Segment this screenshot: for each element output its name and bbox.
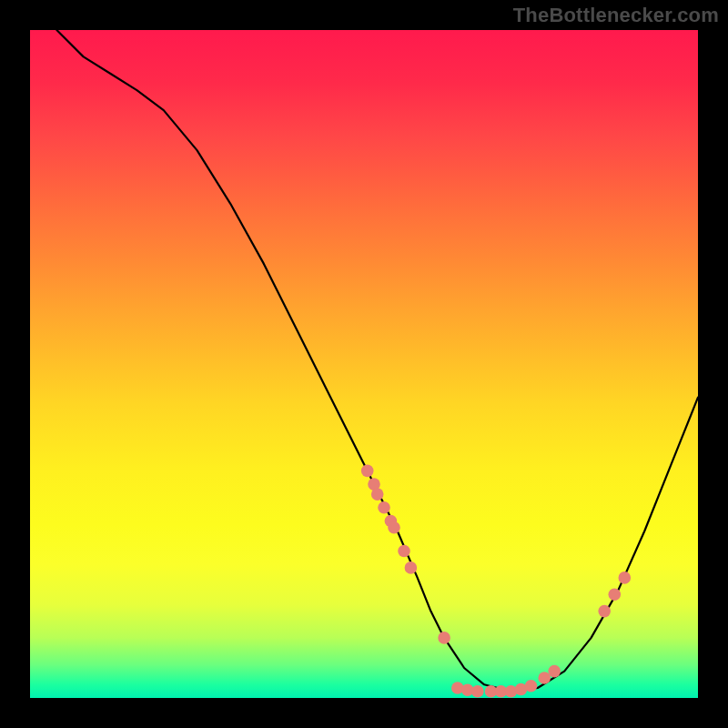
marker-point (609, 588, 622, 601)
plot-area (30, 30, 698, 698)
marker-point (405, 561, 418, 574)
marker-point (361, 465, 374, 478)
marker-point (548, 665, 561, 678)
chart-frame: TheBottlenecker.com (0, 0, 728, 728)
watermark-text: TheBottlenecker.com (513, 4, 719, 27)
marker-point (398, 545, 410, 558)
marker-point (371, 488, 384, 500)
marker-point (438, 632, 450, 644)
marker-point (598, 605, 611, 618)
marker-point (378, 501, 390, 514)
marker-point (525, 680, 538, 693)
marker-point (388, 521, 400, 534)
chart-svg (30, 30, 698, 698)
marker-point (619, 571, 632, 584)
marker-point (471, 685, 484, 698)
highlight-markers (361, 465, 631, 698)
bottleneck-curve (56, 30, 698, 692)
